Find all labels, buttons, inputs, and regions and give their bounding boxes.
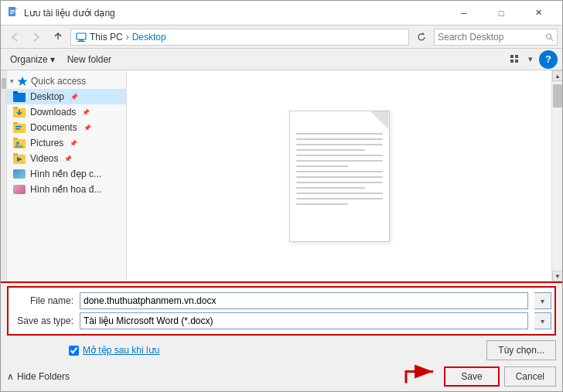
sidebar-scroll-indicator xyxy=(1,70,7,281)
pin-badge-pics: 📌 xyxy=(70,140,77,147)
checkbox-area: Mở tệp sau khi lưu xyxy=(7,345,480,356)
doc-line-13 xyxy=(296,198,383,199)
svg-rect-6 xyxy=(79,39,84,41)
svg-line-10 xyxy=(551,38,553,40)
new-folder-button[interactable]: New folder xyxy=(63,51,116,68)
svg-rect-18 xyxy=(13,91,18,94)
document-preview xyxy=(289,111,390,242)
sidebar-item-downloads[interactable]: Downloads 📌 xyxy=(7,104,126,120)
view-options-button[interactable] xyxy=(506,51,524,68)
doc-line-14 xyxy=(296,203,348,205)
minimize-button[interactable]: ─ xyxy=(446,5,482,21)
maximize-button[interactable]: □ xyxy=(483,5,519,21)
sidebar-item-documents[interactable]: Documents 📌 xyxy=(7,120,126,135)
quick-access-icon xyxy=(17,76,28,87)
close-button[interactable]: ✕ xyxy=(520,5,556,21)
breadcrumb-pc: This PC xyxy=(90,32,123,43)
organize-button[interactable]: Organize ▾ xyxy=(5,51,60,68)
actions-row: Mở tệp sau khi lưu Tùy chọn... xyxy=(7,336,556,363)
file-area xyxy=(127,70,551,281)
doc-line-3 xyxy=(296,144,383,145)
documents-icon xyxy=(13,122,26,133)
pin-badge-docs: 📌 xyxy=(84,124,91,131)
main-content: ▾ Quick access Desktop 📌 xyxy=(1,70,562,281)
navigation-toolbar: This PC › Desktop xyxy=(1,26,562,49)
pin-badge-downloads: 📌 xyxy=(82,109,90,116)
sidebar-item-pictures[interactable]: Pictures 📌 xyxy=(7,135,126,151)
svg-rect-29 xyxy=(13,153,18,155)
save-dialog-window: Lưu tài liệu dưới dạng ─ □ ✕ This PC › D… xyxy=(0,0,563,392)
view-dropdown-button[interactable]: ▾ xyxy=(525,51,536,68)
hide-folders-button[interactable]: ∧ Hide Folders xyxy=(7,371,70,382)
filetype-dropdown[interactable]: ▾ xyxy=(534,312,551,329)
view-icon xyxy=(510,54,520,65)
refresh-button[interactable] xyxy=(412,28,431,46)
sidebar-item-videos[interactable]: Videos 📌 xyxy=(7,151,126,166)
svg-marker-1 xyxy=(15,7,18,9)
svg-point-9 xyxy=(547,33,551,38)
organize-label: Organize xyxy=(10,54,48,65)
options-button[interactable]: Tùy chọn... xyxy=(486,340,556,360)
filename-dropdown[interactable]: ▾ xyxy=(534,292,551,309)
doc-lines xyxy=(296,133,383,205)
downloads-icon xyxy=(13,107,26,118)
svg-marker-15 xyxy=(18,77,28,86)
quick-access-label: Quick access xyxy=(31,76,86,87)
sidebar-pictures-label: Pictures xyxy=(30,138,63,148)
filename-input[interactable] xyxy=(80,292,528,309)
sidebar-item-desktop[interactable]: Desktop 📌 xyxy=(7,89,126,104)
svg-point-27 xyxy=(16,141,19,145)
doc-line-11 xyxy=(296,187,366,189)
pin-badge-videos: 📌 xyxy=(64,155,72,162)
scroll-track[interactable] xyxy=(552,81,562,271)
breadcrumb-bar[interactable]: This PC › Desktop xyxy=(70,29,409,46)
wallpaper2-icon xyxy=(13,185,26,194)
doc-corner xyxy=(370,111,389,130)
scroll-up-button[interactable]: ▲ xyxy=(552,70,562,81)
svg-rect-3 xyxy=(10,12,15,12)
help-button[interactable]: ? xyxy=(539,50,558,69)
doc-line-6 xyxy=(296,160,383,162)
sidebar-item-wallpaper1[interactable]: Hình nền đẹp c... xyxy=(7,166,126,182)
svg-rect-26 xyxy=(13,138,18,140)
address-bar: Organize ▾ New folder ▾ ? xyxy=(1,49,562,70)
open-after-save-checkbox[interactable] xyxy=(69,346,79,356)
svg-rect-2 xyxy=(10,10,15,11)
filetype-display[interactable]: Tài liệu Microsoft Word (*.docx) xyxy=(80,312,528,329)
doc-line-7 xyxy=(296,165,348,167)
quick-access-section[interactable]: ▾ Quick access xyxy=(7,73,126,89)
wallpaper1-icon xyxy=(13,169,26,179)
sidebar-videos-label: Videos xyxy=(30,153,58,164)
footer-row: ∧ Hide Folders xyxy=(7,363,556,388)
forward-button[interactable] xyxy=(27,28,46,46)
vertical-scrollbar[interactable]: ▲ ▼ xyxy=(551,70,562,281)
window-icon xyxy=(7,7,19,19)
pictures-icon xyxy=(13,138,26,148)
organize-arrow: ▾ xyxy=(50,54,55,65)
sidebar-wallpaper2-label: Hình nền hoa đ... xyxy=(30,184,101,195)
videos-icon xyxy=(13,153,26,164)
cancel-button[interactable]: Cancel xyxy=(504,366,556,387)
breadcrumb-location: Desktop xyxy=(132,32,166,43)
scroll-thumb[interactable] xyxy=(553,84,562,107)
filetype-dropdown-arrow: ▾ xyxy=(541,317,544,326)
search-input[interactable] xyxy=(438,32,542,43)
sidebar-wallpaper1-label: Hình nền đẹp c... xyxy=(30,169,101,179)
filename-dropdown-arrow: ▾ xyxy=(541,297,544,305)
up-button[interactable] xyxy=(49,28,67,46)
scroll-down-button[interactable]: ▼ xyxy=(552,271,562,281)
svg-rect-5 xyxy=(77,33,86,39)
sidebar: ▾ Quick access Desktop 📌 xyxy=(7,70,127,281)
quick-access-arrow: ▾ xyxy=(10,77,14,85)
checkbox-label[interactable]: Mở tệp sau khi lưu xyxy=(83,345,159,356)
sidebar-item-wallpaper2[interactable]: Hình nền hoa đ... xyxy=(7,182,126,197)
svg-rect-4 xyxy=(10,13,13,14)
filetype-label: Save as type: xyxy=(12,315,73,326)
bottom-section: File name: ▾ Save as type: Tài liệu Micr… xyxy=(1,281,562,391)
svg-rect-7 xyxy=(77,41,85,42)
arrow-icon xyxy=(402,364,441,387)
doc-line-8 xyxy=(296,171,383,172)
doc-line-5 xyxy=(296,155,383,156)
back-button[interactable] xyxy=(5,28,24,46)
save-button[interactable]: Save xyxy=(444,366,499,387)
